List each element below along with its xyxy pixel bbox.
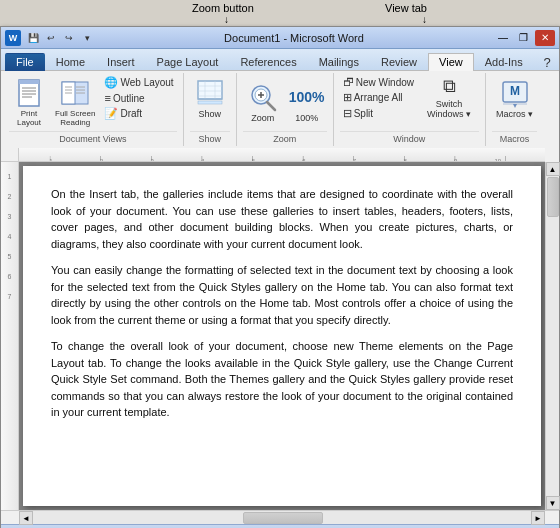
dropdown-quick-btn[interactable]: ▾ [79, 30, 95, 46]
vertical-scrollbar: ▲ ▼ [545, 162, 559, 510]
print-layout-icon [13, 77, 45, 109]
full-screen-reading-icon [59, 77, 91, 109]
tab-home[interactable]: Home [45, 53, 96, 71]
outline-icon: ≡ [104, 92, 110, 104]
window-group: 🗗 New Window ⊞ Arrange All ⊟ Split ⧉ [336, 73, 486, 146]
ruler-num-4: 4 [8, 226, 12, 246]
split-icon: ⊟ [343, 107, 352, 120]
window-stack: 🗗 New Window ⊞ Arrange All ⊟ Split [340, 75, 417, 121]
zoom-content: Zoom 100% 100% [243, 75, 327, 129]
title-bar-left: W 💾 ↩ ↪ ▾ [5, 30, 95, 46]
draft-label: Draft [120, 108, 142, 119]
arrange-all-icon: ⊞ [343, 91, 352, 104]
tab-references[interactable]: References [229, 53, 307, 71]
paragraph-1: On the Insert tab, the galleries include… [51, 186, 513, 252]
outline-label: Outline [113, 93, 145, 104]
print-layout-label: PrintLayout [17, 109, 41, 127]
macros-btn-label: Macros ▾ [496, 109, 533, 119]
scroll-thumb[interactable] [547, 177, 559, 217]
window-group-label: Window [340, 131, 479, 144]
paragraph-2: You can easily change the formatting of … [51, 262, 513, 328]
ruler-num-3: 3 [8, 206, 12, 226]
draft-icon: 📝 [104, 107, 118, 120]
word-icon: W [5, 30, 21, 46]
document-views-content: PrintLayout [9, 75, 177, 129]
web-layout-label: Web Layout [120, 77, 173, 88]
view-tab-callout: View tab [385, 2, 427, 14]
zoom-button[interactable]: Zoom [243, 79, 283, 125]
arrange-all-button[interactable]: ⊞ Arrange All [340, 90, 417, 105]
full-screen-reading-button[interactable]: Full ScreenReading [51, 75, 99, 129]
paragraph-3: To change the overall look of your docum… [51, 338, 513, 421]
zoom-btn-label: Zoom [251, 113, 274, 123]
scroll-right-button[interactable]: ► [531, 511, 545, 525]
quick-access-toolbar: 💾 ↩ ↪ ▾ [25, 30, 95, 46]
h-scroll-track [33, 511, 531, 524]
tab-file[interactable]: File [5, 53, 45, 71]
window-controls: — ❐ ✕ [493, 30, 555, 46]
save-quick-btn[interactable]: 💾 [25, 30, 41, 46]
macros-button[interactable]: M Macros ▾ [492, 75, 537, 121]
zoom-button-callout: Zoom button [192, 2, 254, 14]
split-label: Split [354, 108, 373, 119]
macros-icon: M [499, 77, 531, 109]
svg-rect-14 [198, 81, 222, 99]
show-content: Show [190, 75, 230, 129]
macros-group: M Macros ▾ Macros [488, 73, 543, 146]
redo-quick-btn[interactable]: ↪ [61, 30, 77, 46]
ruler-num-2: 2 [8, 186, 12, 206]
tab-insert[interactable]: Insert [96, 53, 146, 71]
tab-addins[interactable]: Add-Ins [474, 53, 534, 71]
undo-quick-btn[interactable]: ↩ [43, 30, 59, 46]
svg-marker-30 [513, 104, 517, 108]
split-button[interactable]: ⊟ Split [340, 106, 417, 121]
svg-line-26 [267, 102, 275, 110]
zoom-100-button[interactable]: 100% 100% [287, 79, 327, 125]
show-label: Show [198, 109, 221, 119]
new-window-button[interactable]: 🗗 New Window [340, 75, 417, 89]
tab-review[interactable]: Review [370, 53, 428, 71]
zoom-icon [247, 81, 279, 113]
zoom-100-label: 100% [295, 113, 318, 123]
ribbon-help-btn[interactable]: ? [539, 54, 555, 70]
scroll-left-button[interactable]: ◄ [19, 511, 33, 525]
document-content: On the Insert tab, the galleries include… [19, 162, 545, 510]
document-area: 1 2 3 4 5 6 7 On the Insert tab, the gal… [1, 162, 559, 510]
document-page: On the Insert tab, the galleries include… [23, 166, 541, 506]
h-scroll-thumb[interactable] [243, 512, 323, 524]
macros-content: M Macros ▾ [492, 75, 537, 129]
scroll-track [546, 176, 559, 496]
ruler-num-5: 5 [8, 246, 12, 266]
outline-button[interactable]: ≡ Outline [101, 91, 176, 105]
tab-page-layout[interactable]: Page Layout [146, 53, 230, 71]
new-window-icon: 🗗 [343, 76, 354, 88]
word-window: W 💾 ↩ ↪ ▾ Document1 - Microsoft Word — ❐… [0, 26, 560, 528]
tab-mailings[interactable]: Mailings [308, 53, 370, 71]
web-layout-button[interactable]: 🌐 Web Layout [101, 75, 176, 90]
svg-text:M: M [510, 84, 520, 98]
document-views-label: Document Views [9, 131, 177, 144]
draft-button[interactable]: 📝 Draft [101, 106, 176, 121]
ribbon-content: PrintLayout [1, 71, 559, 148]
minimize-button[interactable]: — [493, 30, 513, 46]
print-layout-button[interactable]: PrintLayout [9, 75, 49, 129]
web-layout-icon: 🌐 [104, 76, 118, 89]
scroll-down-button[interactable]: ▼ [546, 496, 560, 510]
ribbon-tab-bar: File Home Insert Page Layout References … [1, 49, 559, 71]
scroll-up-button[interactable]: ▲ [546, 162, 560, 176]
restore-button[interactable]: ❐ [514, 30, 534, 46]
view-small-buttons: 🌐 Web Layout ≡ Outline 📝 Draft [101, 75, 176, 121]
arrange-all-label: Arrange All [354, 92, 403, 103]
vertical-ruler: 1 2 3 4 5 6 7 [1, 162, 19, 510]
window-content: 🗗 New Window ⊞ Arrange All ⊟ Split ⧉ [340, 75, 479, 129]
tab-view[interactable]: View [428, 53, 474, 71]
horizontal-ruler: | 1 | 2 | 3 | 4 | 5 | 6 | 7 | 8 | [19, 148, 545, 162]
show-button[interactable]: Show [190, 75, 230, 121]
switch-windows-icon: ⧉ [443, 76, 456, 97]
close-button[interactable]: ✕ [535, 30, 555, 46]
title-bar: W 💾 ↩ ↪ ▾ Document1 - Microsoft Word — ❐… [1, 27, 559, 49]
ruler-corner [1, 148, 19, 162]
status-bar: Page: 1 of 1 Words: 185 ✓ English (U.S.)… [1, 524, 559, 528]
switch-windows-button[interactable]: ⧉ SwitchWindows ▾ [419, 75, 479, 120]
new-window-label: New Window [356, 77, 414, 88]
